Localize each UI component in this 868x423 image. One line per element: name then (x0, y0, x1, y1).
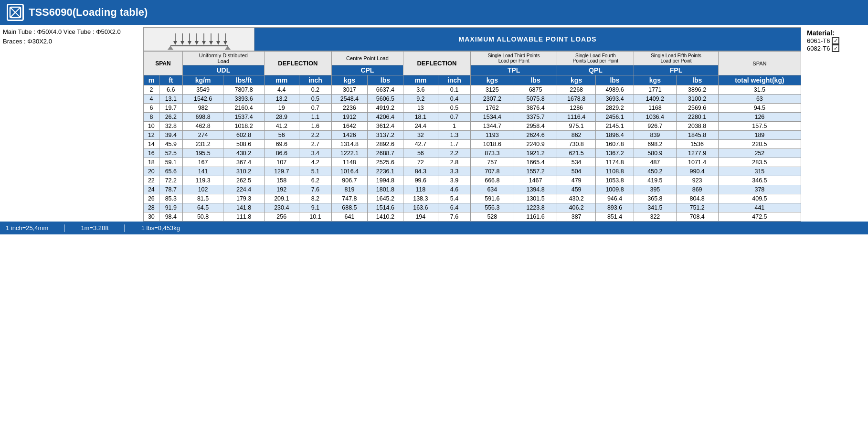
table-cell: 230.4 (264, 203, 299, 212)
table-cell: 315 (718, 167, 801, 176)
table-cell: 472.5 (718, 212, 801, 222)
table-cell: 1 (438, 122, 470, 131)
col-mm2: mm (403, 75, 438, 85)
table-cell: 2307.2 (471, 95, 514, 104)
table-cell: 3876.4 (514, 104, 557, 113)
table-cell: 698.8 (182, 113, 223, 122)
table-cell: 3.3 (438, 167, 470, 176)
table-cell: 3100.2 (676, 95, 718, 104)
table-cell: 387 (557, 212, 595, 222)
table-cell: 378 (718, 185, 801, 194)
col-lbsft: lbs/ft (223, 75, 264, 85)
table-cell: 0.7 (299, 104, 331, 113)
checkbox-6082: ✓ (832, 44, 839, 52)
table-cell: 1607.8 (595, 140, 634, 149)
table-cell: 1016.4 (331, 167, 367, 176)
table-cell: 4989.6 (595, 85, 634, 95)
table-cell: 78.7 (159, 185, 182, 194)
table-cell: 209.1 (264, 194, 299, 203)
table-cell: 28 (144, 203, 159, 212)
table-cell: 906.7 (331, 176, 367, 185)
svg-marker-9 (180, 41, 184, 45)
svg-marker-5 (225, 46, 231, 50)
svg-marker-19 (216, 41, 220, 45)
table-cell: 2958.4 (514, 122, 557, 131)
table-cell: 14 (144, 140, 159, 149)
table-cell: 256 (264, 212, 299, 222)
table-cell: 10 (144, 122, 159, 131)
table-cell: 94.5 (718, 104, 801, 113)
table-row: 3098.450.8111.825610.16411410.21947.6528… (144, 212, 801, 222)
col-lbs-qpl: lbs (595, 75, 634, 85)
table-cell: 262.5 (223, 176, 264, 185)
svg-marker-7 (173, 41, 177, 45)
table-cell: 641 (331, 212, 367, 222)
table-cell: 39.4 (159, 131, 182, 140)
table-cell: 556.3 (471, 203, 514, 212)
table-row: 1652.5195.5430.286.63.41222.12688.7562.2… (144, 149, 801, 158)
page-title: TSS6090(Loading table) (29, 6, 148, 19)
table-cell: 1009.8 (595, 185, 634, 194)
fpl-abbr: FPL (634, 65, 719, 75)
table-cell: 3612.4 (367, 122, 403, 131)
footer-item-3: 1 lbs=0,453kg (141, 224, 180, 232)
table-cell: 231.2 (182, 140, 223, 149)
table-cell: 20 (144, 167, 159, 176)
col-kgs-tpl: kgs (471, 75, 514, 85)
col-ft: ft (159, 75, 182, 85)
table-cell: 59.1 (159, 158, 182, 167)
material-item-1: 6061-T6 ✓ (807, 37, 865, 44)
table-cell: 2548.4 (331, 95, 367, 104)
table-cell: 13.1 (159, 95, 182, 104)
title-bar: TSS6090(Loading table) (0, 0, 868, 25)
table-cell: 2236.1 (367, 167, 403, 176)
col-kgs-fpl: kgs (634, 75, 676, 85)
table-cell: 8.2 (299, 194, 331, 203)
table-cell: 1642 (331, 122, 367, 131)
table-cell: 119.3 (182, 176, 223, 185)
table-cell: 32 (403, 131, 438, 140)
table-cell: 450.2 (634, 167, 676, 176)
table-cell: 26.2 (159, 113, 182, 122)
material-section: Material: 6061-T6 ✓ 6082-T6 ✓ (803, 27, 865, 52)
col-kgs-qpl: kgs (557, 75, 595, 85)
table-cell: 395 (634, 185, 676, 194)
table-cell: 2.2 (438, 149, 470, 158)
table-cell: 107 (264, 158, 299, 167)
table-cell: 1301.5 (514, 194, 557, 203)
table-cell: 4919.2 (367, 104, 403, 113)
table-cell: 5075.8 (514, 95, 557, 104)
table-cell: 3693.4 (595, 95, 634, 104)
table-cell: 621.5 (557, 149, 595, 158)
table-cell: 3.9 (438, 176, 470, 185)
table-cell: 3.6 (403, 85, 438, 95)
defl-label-1: DEFLECTION (264, 52, 331, 75)
table-cell: 129.7 (264, 167, 299, 176)
svg-marker-13 (195, 41, 199, 45)
col-inch2: inch (438, 75, 470, 85)
col-m: m (144, 75, 159, 85)
table-cell: 839 (634, 131, 676, 140)
table-cell: 63 (718, 95, 801, 104)
tpl-label: Single Load Third PointsLoad per Point (471, 52, 557, 65)
table-cell: 167 (182, 158, 223, 167)
table-cell: 111.8 (223, 212, 264, 222)
table-cell: 6.4 (438, 203, 470, 212)
table-cell: 1018.2 (223, 122, 264, 131)
table-cell: 5606.5 (367, 95, 403, 104)
table-cell: 99.6 (403, 176, 438, 185)
table-cell: 22 (144, 176, 159, 185)
table-cell: 1161.6 (514, 212, 557, 222)
table-cell: 3017 (331, 85, 367, 95)
table-cell: 192 (264, 185, 299, 194)
table-cell: 430.2 (557, 194, 595, 203)
qpl-label: Single Load FourthPoints Load per Point (557, 52, 634, 65)
table-cell: 869 (676, 185, 718, 194)
table-cell: 2038.8 (676, 122, 718, 131)
title-icon (7, 4, 24, 21)
svg-marker-11 (188, 41, 191, 45)
table-cell: 4206.4 (367, 113, 403, 122)
svg-marker-15 (202, 41, 206, 45)
footer-item-2: 1m=3.28ft (81, 224, 108, 232)
table-cell: 2.8 (438, 158, 470, 167)
